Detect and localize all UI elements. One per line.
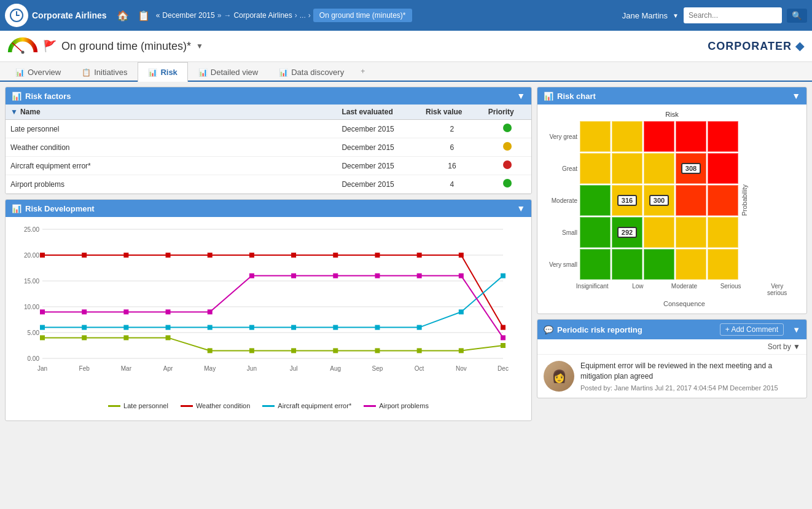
risk-chart-header: 📊 Risk chart ▼ [537,87,806,105]
risk-matrix-xaxis: InsignificantLowModerateSeriousVery seri… [568,283,800,296]
matrix-cell[interactable] [612,121,642,152]
risk-priority-cell [483,157,531,175]
svg-rect-59 [375,325,380,330]
svg-rect-33 [291,348,296,353]
table-row[interactable]: Airport problems December 2015 4 [6,175,531,194]
corporater-logo: CORPORATER ◆ [708,39,805,53]
matrix-cell[interactable] [580,121,611,152]
breadcrumb-back[interactable]: « [156,11,160,20]
risk-xaxis-label: Low [622,283,653,296]
matrix-cell[interactable] [676,121,706,152]
risk-matrix-x-title: Risk [544,111,800,118]
matrix-badge: 300 [649,195,669,206]
col-risk-value[interactable]: Risk value [421,105,483,120]
col-priority[interactable]: Priority [483,105,531,120]
add-comment-button[interactable]: + Add Comment [720,323,784,336]
matrix-cell[interactable] [644,121,674,152]
matrix-cell[interactable] [708,185,738,216]
main-content: 📊 Risk factors ▼ ▼Name Last evaluated Ri… [0,82,812,426]
risk-value-cell: 4 [421,175,483,194]
probability-label: Probability [741,184,748,216]
matrix-cell[interactable]: 308 [676,153,706,184]
risk-priority-cell [483,175,531,194]
periodic-collapse-icon[interactable]: ▼ [792,325,800,334]
risk-xaxis-label: Very serious [762,283,792,296]
matrix-cell[interactable]: 316 [612,185,642,216]
home-icon[interactable]: 🏠 [114,9,131,23]
risk-value-cell: 16 [421,157,483,175]
search-input[interactable] [684,7,782,23]
table-row[interactable]: Weather condition December 2015 6 [6,138,531,157]
risk-date-cell: December 2015 [337,138,421,157]
sort-by-label: Sort by [768,342,791,351]
matrix-cell[interactable]: 300 [644,185,674,216]
tab-data-discovery[interactable]: 📊 Data discovery [268,62,354,82]
matrix-cell[interactable] [708,217,738,248]
tab-initiatives-label: Initiatives [94,68,127,77]
matrix-cell[interactable] [580,249,611,280]
matrix-cell[interactable] [612,153,642,184]
sort-by-dropdown[interactable]: ▼ [793,342,800,351]
periodic-risk-panel: 💬 Periodic risk reporting + Add Comment … [537,319,807,398]
svg-rect-66 [166,309,171,314]
table-row[interactable]: Aircraft equipment error* December 2015 … [6,157,531,175]
svg-text:Jan: Jan [37,365,47,372]
tab-initiatives[interactable]: 📋 Initiatives [71,62,138,82]
matrix-cell[interactable] [676,217,706,248]
matrix-cell[interactable] [676,185,706,216]
risk-chart-panel: 📊 Risk chart ▼ Risk Very greatGreatModer… [537,87,807,314]
kpi-dropdown-icon[interactable]: ▼ [196,42,203,50]
col-name[interactable]: ▼Name [6,105,337,120]
matrix-cell[interactable] [644,217,674,248]
matrix-cell[interactable] [708,249,738,280]
matrix-cell[interactable]: 292 [612,217,642,248]
tab-risk[interactable]: 📊 Risk [138,62,187,82]
matrix-cell[interactable] [580,153,611,184]
board-icon[interactable]: 📋 [135,9,152,23]
matrix-cell[interactable] [644,153,674,184]
svg-text:Feb: Feb [79,365,90,372]
svg-rect-29 [123,335,128,340]
matrix-cell[interactable] [644,249,674,280]
breadcrumb-corp[interactable]: Corporate Airlines [233,11,292,20]
svg-rect-68 [249,274,254,278]
matrix-cell[interactable] [708,121,738,152]
matrix-cell[interactable] [580,217,611,248]
risk-date-cell: December 2015 [337,157,421,175]
user-name[interactable]: Jane Martins [622,11,668,20]
breadcrumb-period[interactable]: December 2015 [162,11,214,20]
app-logo[interactable] [5,4,28,27]
user-dropdown-icon[interactable]: ▼ [673,12,679,19]
sort-by-bar: Sort by ▼ [537,339,806,355]
tab-add-button[interactable]: + [354,62,371,81]
svg-rect-51 [40,325,45,330]
matrix-cell[interactable] [708,153,738,184]
tab-data-discovery-icon: 📊 [279,68,288,77]
tab-data-discovery-label: Data discovery [291,68,344,77]
matrix-badge: 316 [617,195,637,206]
current-page-breadcrumb[interactable]: On ground time (minutes)* [313,9,412,22]
svg-rect-37 [459,348,464,353]
top-navigation: Corporate Airlines 🏠 📋 « December 2015 »… [0,0,812,31]
col-last-evaluated[interactable]: Last evaluated [337,105,421,120]
matrix-cell[interactable] [580,185,611,216]
risk-dev-collapse[interactable]: ▼ [517,203,525,213]
matrix-cell[interactable] [612,249,642,280]
tab-overview[interactable]: 📊 Overview [5,62,71,82]
matrix-cell[interactable] [676,249,706,280]
svg-rect-39 [40,253,45,258]
svg-rect-36 [417,348,422,353]
tab-detailed-view[interactable]: 📊 Detailed view [188,62,268,82]
risk-factors-title: Risk factors [25,92,71,101]
risk-xaxis-label: Moderate [669,283,700,296]
search-button[interactable]: 🔍 [787,9,807,23]
avatar: 👩 [544,361,574,392]
svg-rect-54 [166,325,171,330]
svg-rect-52 [82,325,87,330]
table-row[interactable]: Late personnel December 2015 2 [6,120,531,138]
risk-name-cell: Late personnel [6,120,337,138]
risk-factors-collapse[interactable]: ▼ [517,91,525,101]
risk-chart-collapse[interactable]: ▼ [792,91,800,101]
svg-rect-38 [501,343,506,348]
svg-rect-42 [166,253,171,258]
